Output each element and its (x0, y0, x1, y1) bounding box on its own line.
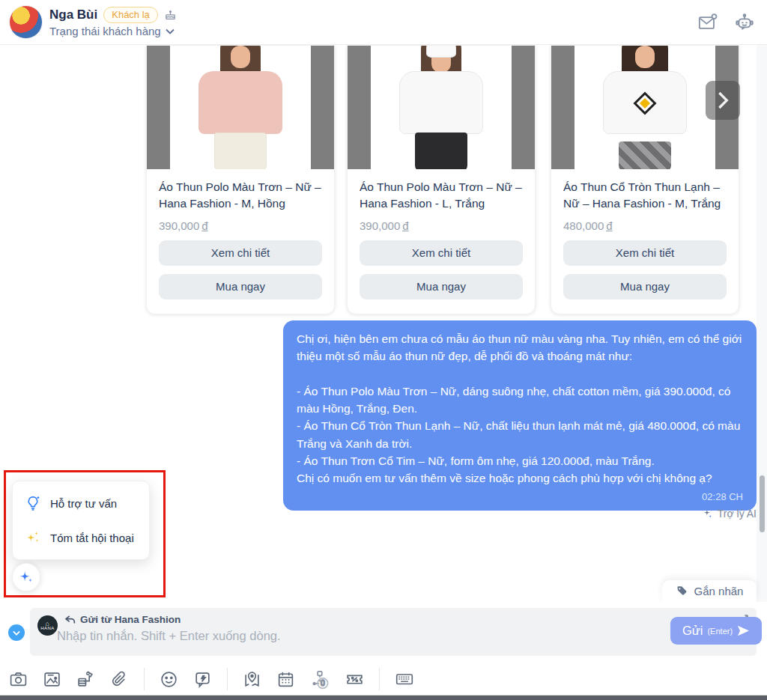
buy-now-button[interactable]: Mua ngay (360, 274, 523, 299)
send-button[interactable]: Gửi (Enter) (670, 617, 762, 645)
customer-badge: Khách lạ (103, 7, 158, 23)
ai-assistant-label: Trợ lý AI (718, 508, 757, 520)
sparkle-icon (702, 508, 713, 520)
message-composer: ⌂ HANA Gửi từ Hana Fashion (0, 602, 767, 696)
emoji-icon[interactable] (160, 670, 178, 689)
keyboard-icon[interactable] (395, 669, 414, 689)
chat-area: Áo Thun Polo Màu Trơn – Nữ – Hana Fashio… (0, 45, 767, 602)
buy-now-button[interactable]: Mua ngay (159, 274, 322, 299)
send-hint: (Enter) (707, 627, 733, 636)
product-title: Áo Thun Polo Màu Trơn – Nữ – Hana Fashio… (360, 179, 523, 213)
calendar-icon[interactable] (276, 670, 295, 689)
sparkles-icon (25, 529, 41, 546)
message-input[interactable] (57, 629, 596, 643)
toolbar-divider (227, 668, 228, 690)
shop-avatar: ⌂ HANA (37, 615, 58, 636)
flow-count-badge: 0 (321, 679, 325, 687)
product-image[interactable] (348, 46, 535, 169)
product-title: Áo Thun Cổ Tròn Thun Lạnh – Nữ – Hana Fa… (563, 179, 727, 213)
toolbar-divider (144, 668, 145, 690)
product-image[interactable] (147, 46, 334, 169)
image-icon[interactable] (43, 670, 61, 689)
product-price: 390,000đ (360, 219, 523, 232)
ai-assistant-attribution: Trợ lý AI (702, 508, 757, 520)
conversation-header: Nga Bùi Khách lạ Trạng thái khách hàng (0, 0, 767, 45)
product-photo (575, 46, 715, 169)
view-detail-button[interactable]: Xem chi tiết (563, 240, 727, 266)
chatbot-icon[interactable] (734, 12, 755, 33)
assign-label-text: Gắn nhãn (694, 585, 744, 597)
flow-sequence-icon[interactable]: 0 (310, 669, 330, 690)
product-price: 480,000đ (563, 219, 727, 232)
scroll-to-bottom-button[interactable] (8, 624, 25, 641)
chevron-down-icon (13, 630, 20, 636)
birthday-cake-icon (164, 9, 177, 22)
product-card: Áo Thun Polo Màu Trơn – Nữ – Hana Fashio… (146, 45, 335, 314)
scrollbar-track[interactable] (757, 45, 767, 602)
chevron-right-icon (716, 91, 730, 109)
location-icon[interactable] (243, 670, 261, 689)
ai-sparkle-icon (18, 569, 34, 585)
send-from-label: Gửi từ Hana Fashion (80, 614, 181, 625)
tag-icon (676, 585, 688, 597)
message-text: Chị ơi, hiện bên em chưa có mẫu áo thun … (297, 330, 743, 487)
message-timestamp: 02:28 CH (297, 490, 743, 505)
customer-avatar[interactable] (9, 5, 43, 39)
composer-toolbar: 0 (9, 665, 414, 693)
product-icon[interactable] (76, 670, 95, 689)
toolbar-divider (379, 668, 380, 690)
shop-avatar-text: HANA (40, 626, 55, 630)
reply-arrow-icon (64, 615, 76, 624)
ai-assistant-button[interactable] (12, 563, 40, 591)
chat-message-outgoing: Chị ơi, hiện bên em chưa có mẫu áo thun … (283, 320, 757, 511)
product-photo (371, 46, 512, 169)
menu-item-label: Hỗ trợ tư vấn (50, 497, 117, 510)
product-title: Áo Thun Polo Màu Trơn – Nữ – Hana Fashio… (159, 179, 322, 213)
window-bottom-bar (0, 696, 767, 700)
product-price: 390,000đ (159, 219, 322, 232)
quick-reply-icon[interactable] (193, 670, 212, 689)
lightbulb-icon (25, 495, 41, 511)
voucher-icon[interactable] (345, 670, 364, 689)
menu-item-summarize-conversation[interactable]: Tóm tắt hội thoại (13, 520, 149, 555)
camera-icon[interactable] (9, 670, 28, 689)
chevron-down-icon (166, 28, 175, 34)
customer-status-dropdown[interactable]: Trạng thái khách hàng (49, 25, 175, 37)
view-detail-button[interactable]: Xem chi tiết (360, 240, 523, 266)
view-detail-button[interactable]: Xem chi tiết (159, 240, 322, 266)
product-photo (170, 46, 311, 169)
menu-item-label: Tóm tắt hội thoại (50, 532, 134, 544)
carousel-next-button[interactable] (706, 81, 740, 120)
scrollbar-thumb[interactable] (760, 475, 765, 532)
status-label: Trạng thái khách hàng (49, 25, 161, 37)
assign-label-button[interactable]: Gắn nhãn (662, 580, 757, 602)
message-input-box[interactable]: ⌂ HANA Gửi từ Hana Fashion (30, 608, 757, 656)
send-label: Gửi (682, 624, 703, 638)
buy-now-button[interactable]: Mua ngay (563, 274, 727, 299)
customer-name: Nga Bùi (49, 7, 97, 22)
menu-item-consult-support[interactable]: Hỗ trợ tư vấn (13, 486, 149, 520)
ai-tools-menu: Hỗ trợ tư vấn Tóm tắt hội thoại (12, 481, 150, 560)
send-icon (737, 625, 750, 636)
product-card: Áo Thun Polo Màu Trơn – Nữ – Hana Fashio… (347, 45, 536, 314)
mail-unread-icon[interactable] (697, 12, 718, 33)
attachment-icon[interactable] (110, 670, 129, 689)
